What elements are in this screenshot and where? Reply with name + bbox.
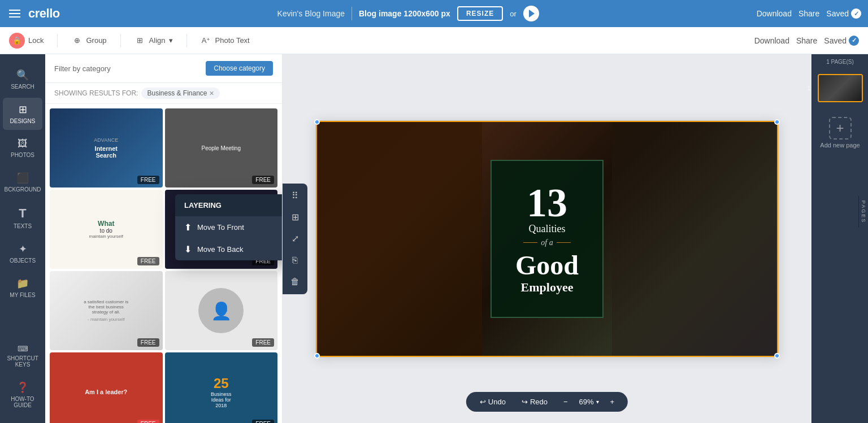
group-label: Group (86, 36, 106, 45)
template-card-3[interactable]: What to do maintain yourself FREE (50, 190, 163, 269)
zoom-arrow: ▾ (596, 399, 599, 405)
template-card-8[interactable]: 25 BusinessIdeas for2018 FREE (165, 352, 278, 423)
move-to-front-item[interactable]: ⬆ Move To Front (175, 216, 283, 238)
toolbar-right: Download Share Saved ✓ (754, 36, 859, 46)
template-card-7[interactable]: Am I a leader? FREE (50, 352, 163, 423)
photo-text-tool[interactable]: A⁺ Photo Text (201, 35, 250, 46)
check-icon: ✓ (854, 10, 859, 18)
page-thumbnail-1[interactable] (818, 74, 863, 102)
doc-name: Blog image 1200x600 px (359, 9, 450, 18)
header-divider (351, 7, 352, 20)
sidebar-howto-label: HOW-TO GUIDE (7, 396, 38, 408)
free-badge-2: FREE (252, 176, 274, 184)
hamburger-button[interactable] (7, 7, 23, 20)
logo: crello (28, 6, 60, 21)
lock-icon[interactable]: 🔒 (9, 33, 25, 49)
page-thumbnail-container: 1 (815, 72, 865, 104)
undo-icon: ↩ (480, 398, 486, 406)
template-card-6[interactable]: 👤 FREE (165, 271, 278, 350)
check-circle: ✓ (851, 8, 861, 19)
project-name: Kevin's Blog Image (277, 9, 345, 18)
sidebar-background-label: BCKGROUND (5, 186, 41, 193)
group-tool[interactable]: ⊕ Group (71, 35, 106, 46)
pages-tab[interactable]: PAGES (858, 195, 868, 227)
tag-close-button[interactable]: × (210, 89, 214, 98)
sidebar-item-myfiles[interactable]: 📁 MY FILES (3, 272, 42, 304)
background-icon: ⬛ (16, 172, 29, 184)
toolbar-download-button[interactable]: Download (754, 36, 789, 45)
download-button[interactable]: Download (757, 9, 792, 18)
search-icon: 🔍 (16, 69, 29, 81)
tool-panel: ⠿ ⊞ ⤢ ⎘ 🗑 (283, 184, 307, 294)
showing-results: SHOWING RESULTS FOR: Business & Finance … (45, 83, 282, 104)
header-logo: crello (7, 6, 60, 21)
align-tool[interactable]: ⊞ Align ▾ (134, 35, 173, 46)
play-button[interactable] (523, 6, 539, 21)
move-tool[interactable]: ⠿ (285, 186, 305, 206)
main: 🔍 SEARCH ⊞ DESIGNS 🖼 PHOTOS ⬛ BCKGROUND … (0, 54, 868, 423)
redo-button[interactable]: ↪ Redo (517, 395, 552, 408)
lock-tool[interactable]: 🔒 Lock (9, 33, 44, 49)
layering-title: LAYERING ▶ (175, 194, 283, 216)
move-to-back-item[interactable]: ⬇ Move To Back (175, 238, 283, 260)
designs-icon: ⊞ (19, 103, 27, 116)
sidebar-item-texts[interactable]: T TEXTS (3, 200, 42, 235)
header-center: Kevin's Blog Image Blog image 1200x600 p… (66, 6, 751, 21)
add-page-label: Add new page (820, 142, 860, 149)
toolbar-separator (57, 34, 58, 47)
copy-tool[interactable]: ⎘ (285, 250, 305, 271)
group-icon: ⊕ (71, 35, 83, 46)
card-good: Good (515, 251, 579, 281)
photo-text-icon: A⁺ (201, 35, 212, 46)
panel-header: Filter by category Choose category (45, 54, 282, 83)
photo-text-label: Photo Text (215, 36, 250, 45)
sidebar-item-photos[interactable]: 🖼 PHOTOS (3, 132, 42, 164)
sidebar-item-background[interactable]: ⬛ BCKGROUND (3, 166, 42, 198)
canvas-area: ⠿ ⊞ ⤢ ⎘ 🗑 13 Qualities (283, 54, 811, 423)
free-badge-5: FREE (137, 338, 159, 347)
free-badge-3: FREE (137, 257, 159, 265)
undo-label: Undo (488, 398, 506, 406)
zoom-out-button[interactable]: − (559, 395, 572, 408)
sidebar-texts-label: TEXTS (14, 223, 32, 229)
sidebar-item-shortcut-keys[interactable]: ⌨ SHORTCUT KEYS (3, 339, 42, 373)
toolbar-saved-label: Saved (824, 36, 847, 45)
free-badge-6: FREE (252, 338, 274, 347)
toolbar-check-circle: ✓ (849, 36, 859, 46)
template-card-2[interactable]: People Meeting FREE (165, 108, 278, 187)
toolbar-share-button[interactable]: Share (796, 36, 817, 45)
shortcut-icon: ⌨ (18, 344, 28, 353)
layers-tool[interactable]: ⊞ (285, 207, 305, 228)
card-of-a: of a (541, 238, 553, 247)
sidebar-item-search[interactable]: 🔍 SEARCH (3, 63, 42, 95)
share-button[interactable]: Share (798, 9, 819, 18)
undo-button[interactable]: ↩ Undo (475, 395, 510, 408)
resize-button[interactable]: RESIZE (457, 6, 503, 21)
tag-text: Business & Finance (147, 89, 207, 97)
sidebar-item-objects[interactable]: ✦ OBJECTS (3, 237, 42, 269)
photos-icon: 🖼 (18, 138, 28, 150)
page-number: 1 (808, 85, 811, 91)
saved-badge: Saved ✓ (826, 8, 861, 19)
align-icon: ⊞ (134, 35, 146, 46)
page-thumb-content (819, 75, 862, 101)
zoom-display[interactable]: 69% ▾ (579, 398, 599, 406)
texts-icon: T (19, 206, 26, 221)
move-front-icon: ⬆ (184, 222, 192, 233)
sidebar-item-howto[interactable]: ❓ HOW-TO GUIDE (3, 376, 42, 414)
template-card-1[interactable]: ADVANCE InternetSearch FREE (50, 108, 163, 187)
align-label: Align (149, 36, 166, 45)
template-card-5[interactable]: a satisfied customer isthe best business… (50, 271, 163, 350)
or-text: or (510, 10, 517, 18)
sidebar-photos-label: PHOTOS (11, 152, 34, 158)
sidebar-designs-label: DESIGNS (10, 118, 35, 124)
choose-category-button[interactable]: Choose category (206, 61, 273, 76)
delete-tool[interactable]: 🗑 (285, 272, 305, 292)
howto-icon: ❓ (16, 381, 29, 394)
results-tag: Business & Finance × (141, 88, 219, 99)
add-page-button[interactable]: + Add new page (814, 111, 865, 154)
resize-tool[interactable]: ⤢ (285, 229, 305, 249)
zoom-in-button[interactable]: + (606, 395, 619, 408)
sidebar-item-designs[interactable]: ⊞ DESIGNS (3, 98, 42, 130)
toolbar-separator-2 (120, 34, 121, 47)
